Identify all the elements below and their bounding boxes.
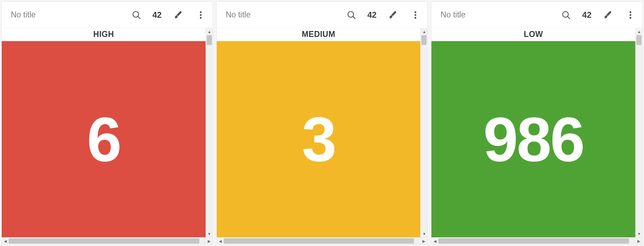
scroll-down-icon[interactable]: ▼: [206, 230, 213, 237]
svg-point-8: [415, 14, 416, 16]
horizontal-scrollbar[interactable]: ◀▶: [431, 237, 642, 244]
result-count[interactable]: 42: [367, 10, 377, 20]
brush-icon[interactable]: [385, 8, 399, 22]
content-area: MEDIUM3: [217, 28, 421, 237]
search-icon[interactable]: [559, 8, 573, 22]
search-icon[interactable]: [129, 8, 143, 22]
svg-point-9: [415, 17, 416, 18]
scroll-thumb[interactable]: [421, 35, 427, 45]
scroll-track[interactable]: [636, 35, 642, 230]
more-vertical-icon[interactable]: [408, 8, 422, 22]
value-tile[interactable]: 986: [431, 41, 635, 237]
scroll-left-icon[interactable]: ◀: [2, 238, 9, 245]
result-count[interactable]: 42: [582, 10, 591, 20]
value-number: 986: [483, 108, 583, 171]
panel-body: HIGH6▲▼◀▶: [2, 28, 213, 244]
svg-line-11: [567, 16, 570, 18]
scroll-track[interactable]: [9, 238, 206, 244]
more-vertical-icon[interactable]: [194, 8, 208, 22]
brush-icon[interactable]: [171, 8, 185, 22]
dashboard-panel: No title42HIGH6▲▼◀▶: [1, 1, 213, 245]
result-count[interactable]: 42: [152, 10, 162, 20]
content-area: HIGH6: [2, 28, 206, 237]
value-tile[interactable]: 6: [2, 41, 206, 237]
scroll-thumb[interactable]: [207, 35, 212, 45]
panel-header: No title42: [2, 2, 213, 28]
panel-header: No title42: [431, 2, 642, 28]
panel-body: LOW986▲▼◀▶: [431, 28, 642, 244]
dashboard-panel: No title42LOW986▲▼◀▶: [431, 1, 643, 245]
content-area: LOW986: [431, 28, 635, 237]
scroll-up-icon[interactable]: ▲: [206, 28, 213, 35]
scroll-up-icon[interactable]: ▲: [636, 28, 643, 35]
scroll-down-icon[interactable]: ▼: [636, 230, 643, 237]
panel-header: No title42: [217, 2, 428, 28]
value-number: 3: [302, 108, 335, 171]
scroll-track[interactable]: [224, 238, 421, 244]
scroll-track[interactable]: [421, 35, 427, 230]
svg-point-2: [200, 11, 201, 13]
scroll-track[interactable]: [206, 35, 213, 230]
scroll-down-icon[interactable]: ▼: [421, 230, 428, 237]
scroll-thumb[interactable]: [636, 35, 642, 45]
value-tile[interactable]: 3: [217, 41, 421, 237]
severity-label: HIGH: [2, 28, 206, 41]
vertical-scrollbar[interactable]: ▲▼: [635, 28, 642, 237]
svg-line-1: [138, 16, 140, 18]
scroll-thumb[interactable]: [438, 238, 629, 244]
severity-label: MEDIUM: [217, 28, 421, 41]
vertical-scrollbar[interactable]: ▲▼: [206, 28, 213, 237]
panel-title: No title: [440, 10, 550, 20]
scroll-left-icon[interactable]: ◀: [431, 238, 438, 245]
svg-line-6: [353, 16, 355, 18]
svg-point-7: [415, 11, 416, 13]
vertical-scrollbar[interactable]: ▲▼: [420, 28, 427, 237]
svg-point-12: [629, 11, 631, 13]
svg-point-4: [200, 17, 201, 18]
panel-body: MEDIUM3▲▼◀▶: [217, 28, 428, 244]
scroll-up-icon[interactable]: ▲: [421, 28, 428, 35]
scroll-thumb[interactable]: [224, 238, 414, 244]
scroll-thumb[interactable]: [9, 238, 199, 244]
scroll-left-icon[interactable]: ◀: [217, 238, 224, 245]
brush-icon[interactable]: [601, 8, 614, 22]
severity-label: LOW: [431, 28, 635, 41]
more-vertical-icon[interactable]: [623, 8, 637, 22]
scroll-track[interactable]: [438, 238, 635, 244]
value-number: 6: [87, 108, 120, 171]
dashboard-panel: No title42MEDIUM3▲▼◀▶: [216, 1, 428, 245]
svg-point-3: [200, 14, 201, 16]
scroll-right-icon[interactable]: ▶: [206, 238, 213, 245]
search-icon[interactable]: [344, 8, 358, 22]
horizontal-scrollbar[interactable]: ◀▶: [217, 237, 428, 244]
horizontal-scrollbar[interactable]: ◀▶: [2, 237, 213, 244]
svg-point-14: [629, 17, 631, 18]
panel-title: No title: [226, 10, 335, 20]
svg-point-13: [629, 14, 631, 16]
scroll-right-icon[interactable]: ▶: [420, 238, 427, 245]
scroll-right-icon[interactable]: ▶: [635, 238, 642, 245]
panel-title: No title: [11, 10, 120, 20]
